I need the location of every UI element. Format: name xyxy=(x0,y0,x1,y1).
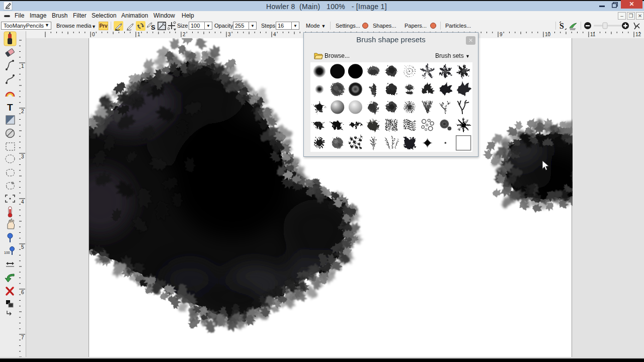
svg-text:100: 100 xyxy=(4,251,10,254)
svg-text:2: 2 xyxy=(183,32,186,37)
svg-text:4: 4 xyxy=(273,32,276,37)
svg-text:7: 7 xyxy=(21,335,24,340)
svg-text:T: T xyxy=(7,102,13,113)
svg-text:3: 3 xyxy=(21,154,24,159)
svg-text:1: 1 xyxy=(137,32,140,37)
svg-text:3: 3 xyxy=(228,32,231,37)
svg-text:11: 11 xyxy=(590,32,596,37)
svg-text:S: S xyxy=(559,22,564,30)
svg-text:1: 1 xyxy=(21,63,24,69)
svg-text:0: 0 xyxy=(92,32,95,37)
svg-text:6: 6 xyxy=(21,290,24,295)
svg-text:9: 9 xyxy=(500,32,503,37)
svg-text:S: S xyxy=(151,24,155,31)
svg-text:5: 5 xyxy=(21,244,24,250)
svg-text:4: 4 xyxy=(21,199,24,205)
svg-text:10: 10 xyxy=(545,32,551,37)
svg-text:12: 12 xyxy=(635,32,641,37)
svg-text:2: 2 xyxy=(21,109,24,114)
